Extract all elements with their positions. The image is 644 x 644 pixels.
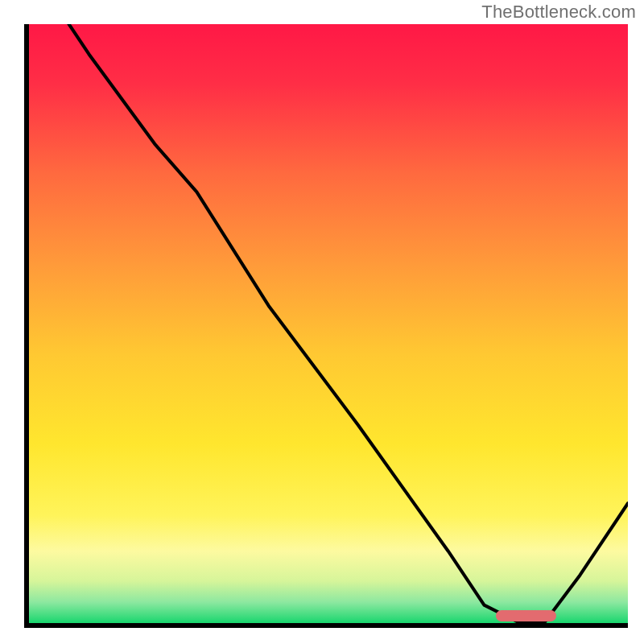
bottleneck-curve [29, 24, 628, 623]
plot-area [24, 24, 628, 628]
watermark-text: TheBottleneck.com [481, 2, 636, 23]
optimum-range-indicator [496, 610, 555, 621]
chart-container: TheBottleneck.com [0, 0, 644, 644]
